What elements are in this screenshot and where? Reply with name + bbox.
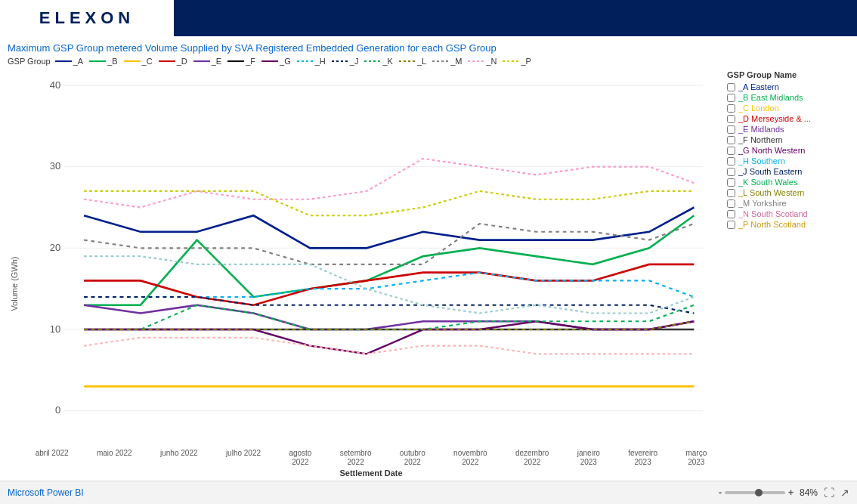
checkbox-f[interactable] bbox=[727, 136, 735, 144]
legend-item-h: _H bbox=[297, 57, 326, 66]
zoom-control: - + bbox=[719, 487, 794, 498]
powerbi-link[interactable]: Microsoft Power BI bbox=[8, 487, 84, 498]
checkbox-a[interactable] bbox=[727, 83, 735, 91]
x-label-oct: outubro2022 bbox=[400, 449, 425, 467]
chart-svg: 40 30 20 10 0 bbox=[21, 67, 721, 447]
svg-text:40: 40 bbox=[50, 79, 61, 90]
right-legend-item-f: _F Northern bbox=[727, 135, 843, 144]
x-label-aug: agosto2022 bbox=[289, 449, 311, 467]
right-legend: GSP Group Name _A Eastern _B East Midlan… bbox=[721, 67, 849, 478]
legend-row: GSP Group _A _B _C _D bbox=[8, 57, 849, 66]
x-axis-area: abril 2022 maio 2022 junho 2022 julho 20… bbox=[21, 447, 721, 478]
legend-label: GSP Group bbox=[8, 57, 51, 66]
x-label-dec: dezembro2022 bbox=[515, 449, 549, 467]
right-legend-item-b: _B East Midlands bbox=[727, 93, 843, 102]
legend-item-a: _A bbox=[55, 57, 83, 66]
chart-inner: 40 30 20 10 0 bbox=[21, 67, 721, 478]
zoom-plus[interactable]: + bbox=[788, 487, 794, 498]
legend-item-g: _G bbox=[261, 57, 291, 66]
y-axis-label: Volume (GWh) bbox=[8, 67, 21, 478]
x-label-mai: maio 2022 bbox=[97, 449, 132, 467]
legend-item-k: _K bbox=[364, 57, 392, 66]
x-label-nov: novembro2022 bbox=[453, 449, 487, 467]
main-container: ELEXON Maximum GSP Group metered Volume … bbox=[0, 0, 857, 504]
zoom-percent: 84% bbox=[800, 487, 818, 498]
checkbox-g[interactable] bbox=[727, 147, 735, 155]
right-legend-item-c: _C London bbox=[727, 104, 843, 113]
zoom-thumb bbox=[755, 489, 763, 496]
zoom-slider[interactable] bbox=[725, 491, 785, 494]
legend-item-c: _C bbox=[124, 57, 153, 66]
bottom-right-controls: - + 84% ⛶ ↗ bbox=[719, 487, 849, 499]
legend-item-f: _F bbox=[227, 57, 255, 66]
right-legend-item-l: _L South Western bbox=[727, 188, 843, 197]
x-label-sep: setembro2022 bbox=[340, 449, 372, 467]
right-legend-item-j: _J South Eastern bbox=[727, 167, 843, 176]
legend-item-d: _D bbox=[159, 57, 187, 66]
svg-text:20: 20 bbox=[50, 242, 61, 253]
svg-text:30: 30 bbox=[50, 160, 61, 172]
right-legend-item-g: _G North Western bbox=[727, 146, 843, 155]
chart-title: Maximum GSP Group metered Volume Supplie… bbox=[8, 42, 849, 54]
bottom-bar: Microsoft Power BI - + 84% ⛶ ↗ bbox=[0, 481, 857, 504]
checkbox-e[interactable] bbox=[727, 125, 735, 134]
logo: ELEXON bbox=[39, 8, 135, 28]
legend-item-j: _J bbox=[332, 57, 359, 66]
header-bar: ELEXON bbox=[0, 0, 857, 36]
legend-item-b: _B bbox=[89, 57, 117, 66]
svg-text:0: 0 bbox=[55, 404, 60, 416]
right-legend-item-m: _M Yorkshire bbox=[727, 199, 843, 208]
svg-text:10: 10 bbox=[50, 323, 61, 335]
right-legend-item-a: _A Eastern bbox=[727, 82, 843, 91]
legend-item-l: _L bbox=[399, 57, 426, 66]
right-legend-title: GSP Group Name bbox=[727, 70, 843, 79]
x-label-jan: janeiro2023 bbox=[577, 449, 600, 467]
x-label-apr: abril 2022 bbox=[36, 449, 69, 467]
x-label-feb: fevereiro2023 bbox=[628, 449, 657, 467]
x-label-mar: março2023 bbox=[685, 449, 707, 467]
right-legend-item-p: _P North Scotland bbox=[727, 220, 843, 229]
content-area: Maximum GSP Group metered Volume Supplie… bbox=[0, 36, 857, 481]
checkbox-c[interactable] bbox=[727, 104, 735, 113]
checkbox-n[interactable] bbox=[727, 210, 735, 218]
legend-item-n: _N bbox=[468, 57, 497, 66]
checkbox-k[interactable] bbox=[727, 178, 735, 187]
checkbox-b[interactable] bbox=[727, 94, 735, 102]
fullscreen-icon[interactable]: ⛶ bbox=[824, 487, 834, 499]
x-label-jul: julho 2022 bbox=[226, 449, 261, 467]
right-legend-item-e: _E Midlands bbox=[727, 125, 843, 134]
checkbox-l[interactable] bbox=[727, 189, 735, 197]
x-axis-title: Settlement Date bbox=[339, 468, 402, 478]
legend-item-m: _M bbox=[432, 57, 462, 66]
chart-svg-area: 40 30 20 10 0 bbox=[21, 67, 721, 447]
x-label-jun: junho 2022 bbox=[160, 449, 198, 467]
legend-item-e: _E bbox=[193, 57, 221, 66]
right-legend-item-d: _D Merseyside & ... bbox=[727, 114, 843, 123]
right-legend-item-h: _H Southern bbox=[727, 156, 843, 165]
x-labels: abril 2022 maio 2022 junho 2022 julho 20… bbox=[21, 447, 721, 468]
checkbox-d[interactable] bbox=[727, 115, 735, 123]
checkbox-j[interactable] bbox=[727, 168, 735, 176]
legend-item-p: _P bbox=[503, 57, 531, 66]
zoom-minus[interactable]: - bbox=[719, 487, 722, 498]
right-legend-item-k: _K South Wales bbox=[727, 178, 843, 187]
checkbox-h[interactable] bbox=[727, 157, 735, 165]
expand-icon[interactable]: ↗ bbox=[840, 487, 849, 499]
logo-area: ELEXON bbox=[0, 0, 174, 36]
chart-wrapper: Volume (GWh) bbox=[8, 67, 849, 478]
right-legend-item-n: _N South Scotland bbox=[727, 209, 843, 218]
checkbox-m[interactable] bbox=[727, 199, 735, 208]
checkbox-p[interactable] bbox=[727, 221, 735, 229]
